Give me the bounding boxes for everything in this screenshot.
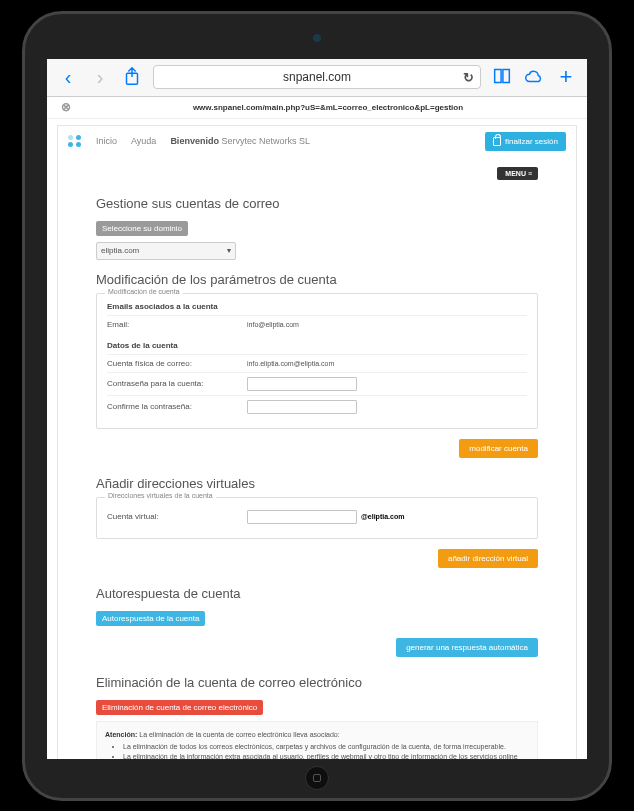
- warn-label: Atención:: [105, 731, 137, 738]
- warn-text: La eliminación de la cuenta de correo el…: [139, 731, 339, 738]
- delete-badge: Eliminación de cuenta de correo electrón…: [96, 700, 263, 715]
- domain-select[interactable]: eliptia.com ▾: [96, 242, 236, 260]
- row-virtual: Cuenta virtual: @eliptia.com: [107, 504, 527, 528]
- app-panel: Inicio Ayuda Bienvenido Servytec Network…: [57, 125, 577, 759]
- url-bar[interactable]: snpanel.com ↻: [153, 65, 481, 89]
- lock-icon: [493, 137, 501, 146]
- logout-button[interactable]: finalizar sesión: [485, 132, 566, 151]
- confirm-input[interactable]: [247, 400, 357, 414]
- back-button[interactable]: ‹: [57, 67, 79, 87]
- menu-button[interactable]: MENU: [497, 167, 538, 180]
- add-virtual-button[interactable]: añadir dirección virtual: [438, 549, 538, 568]
- tab-url: www.snpanel.com/main.php?uS=&mL=correo_e…: [83, 103, 573, 112]
- new-tab-button[interactable]: +: [555, 66, 577, 88]
- warn-item: La eliminación de la información extra a…: [123, 752, 529, 758]
- domain-select-label: Seleccione su dominio: [96, 221, 188, 236]
- physical-label: Cuenta física de correo:: [107, 359, 247, 368]
- delete-warning: Atención: La eliminación de la cuenta de…: [96, 721, 538, 759]
- warn-item: La eliminación de todos los correos elec…: [123, 742, 529, 752]
- section-virtual-title: Añadir direcciones virtuales: [96, 476, 538, 491]
- confirm-label: Confirme la contraseña:: [107, 402, 247, 411]
- row-confirm: Confirme la contraseña:: [107, 395, 527, 418]
- virtual-suffix: @eliptia.com: [361, 513, 404, 520]
- email-label: Email:: [107, 320, 247, 329]
- password-input[interactable]: [247, 377, 357, 391]
- app-header: Inicio Ayuda Bienvenido Servytec Network…: [58, 126, 576, 157]
- reload-icon[interactable]: ↻: [463, 70, 474, 85]
- browser-toolbar: ‹ › snpanel.com ↻ +: [47, 59, 587, 97]
- data-title: Datos de la cuenta: [107, 341, 527, 350]
- tablet-frame: ‹ › snpanel.com ↻ + ⊗ www.snpanel.com/ma…: [22, 11, 612, 801]
- forward-button: ›: [89, 67, 111, 87]
- home-button[interactable]: [305, 766, 329, 790]
- tab-bar: ⊗ www.snpanel.com/main.php?uS=&mL=correo…: [47, 97, 587, 119]
- page-content: Inicio Ayuda Bienvenido Servytec Network…: [47, 119, 587, 759]
- cloud-icon[interactable]: [523, 65, 545, 90]
- auto-generate-button[interactable]: generar una respuesta automática: [396, 638, 538, 657]
- url-domain: snpanel.com: [283, 70, 351, 84]
- share-icon[interactable]: [121, 65, 143, 90]
- warn-list: La eliminación de todos los correos elec…: [123, 742, 529, 758]
- auto-badge: Autorespuesta de la cuenta: [96, 611, 205, 626]
- section-manage-title: Gestione sus cuentas de correo: [96, 196, 538, 211]
- logo-icon: [68, 135, 82, 147]
- password-label: Contraseña para la cuenta:: [107, 379, 247, 388]
- virtual-legend: Direcciones virtuales de la cuenta: [105, 492, 216, 499]
- section-auto-title: Autorespuesta de cuenta: [96, 586, 538, 601]
- row-password: Contraseña para la cuenta:: [107, 372, 527, 395]
- modify-fieldset: Modificación de cuenta Emails asociados …: [96, 293, 538, 429]
- section-delete-title: Eliminación de la cuenta de correo elect…: [96, 675, 538, 690]
- app-body: MENU Gestione sus cuentas de correo Sele…: [58, 157, 576, 759]
- row-email: Email: info@eliptia.com: [107, 315, 527, 333]
- camera-dot: [313, 34, 321, 42]
- virtual-input[interactable]: [247, 510, 357, 524]
- physical-value: info.eliptia.com@eliptia.com: [247, 360, 527, 367]
- virtual-fieldset: Direcciones virtuales de la cuenta Cuent…: [96, 497, 538, 539]
- chevron-down-icon: ▾: [227, 246, 231, 255]
- modify-legend: Modificación de cuenta: [105, 288, 183, 295]
- screen: ‹ › snpanel.com ↻ + ⊗ www.snpanel.com/ma…: [47, 59, 587, 759]
- row-physical: Cuenta física de correo: info.eliptia.co…: [107, 354, 527, 372]
- nav-home[interactable]: Inicio: [96, 136, 117, 146]
- nav-help[interactable]: Ayuda: [131, 136, 156, 146]
- email-value: info@eliptia.com: [247, 321, 527, 328]
- close-tab-icon[interactable]: ⊗: [61, 100, 71, 114]
- emails-title: Emails asociados a la cuenta: [107, 302, 527, 311]
- book-icon[interactable]: [491, 65, 513, 90]
- virtual-label: Cuenta virtual:: [107, 512, 247, 521]
- welcome-text: Bienvenido Servytec Networks SL: [170, 136, 310, 146]
- section-modify-title: Modificación de los parámetros de cuenta: [96, 272, 538, 287]
- modify-button[interactable]: modificar cuenta: [459, 439, 538, 458]
